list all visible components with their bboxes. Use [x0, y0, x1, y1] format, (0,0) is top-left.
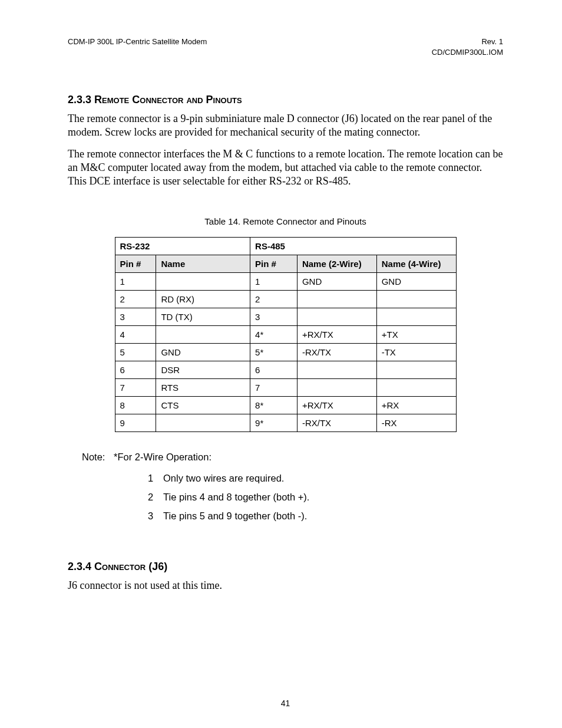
table-cell: -TX — [376, 344, 456, 361]
group-rs232: RS-232 — [115, 238, 250, 255]
table-cell: 2 — [115, 291, 156, 308]
note-num: 2 — [148, 489, 163, 505]
note-text: Tie pins 4 and 8 together (both +). — [163, 489, 309, 505]
table-row: 2RD (RX)2 — [115, 291, 456, 308]
table-cell: 9* — [250, 414, 297, 432]
table-cell: GND — [297, 273, 376, 291]
table-cell: 7 — [115, 379, 156, 397]
table-row: 3TD (TX)3 — [115, 308, 456, 326]
note-item: 3Tie pins 5 and 9 together (both -). — [148, 508, 503, 524]
header-left: CDM-IP 300L IP-Centric Satellite Modem — [68, 37, 207, 57]
table-row: 11GNDGND — [115, 273, 456, 291]
note-list: 1Only two wires are required. 2Tie pins … — [148, 470, 503, 524]
table-cell: 6 — [250, 361, 297, 379]
section-233-p1: The remote connector is a 9-pin subminia… — [68, 112, 503, 139]
th-pin485: Pin # — [250, 255, 297, 273]
table-cell: 5 — [115, 344, 156, 361]
table-cell — [376, 361, 456, 379]
table-row: 8CTS8*+RX/TX+RX — [115, 397, 456, 414]
table-cell — [156, 273, 250, 291]
table-cell — [376, 291, 456, 308]
page: CDM-IP 300L IP-Centric Satellite Modem R… — [0, 0, 562, 728]
section-number: 2.3.4 — [68, 561, 91, 572]
notes-block: Note: *For 2-Wire Operation: 1Only two w… — [82, 449, 503, 524]
note-num: 3 — [148, 508, 163, 524]
table-cell: 3 — [250, 308, 297, 326]
header-doc: CD/CDMIP300L.IOM — [432, 47, 503, 58]
table-cell: 3 — [115, 308, 156, 326]
table-cell: TD (TX) — [156, 308, 250, 326]
group-rs485: RS-485 — [250, 238, 456, 255]
table-row: 99*-RX/TX-RX — [115, 414, 456, 432]
table-cell: 7 — [250, 379, 297, 397]
note-item: 2Tie pins 4 and 8 together (both +). — [148, 489, 503, 505]
table-cell: 4* — [250, 326, 297, 344]
table-cell: 5* — [250, 344, 297, 361]
table-cell: -RX/TX — [297, 414, 376, 432]
note-text: Tie pins 5 and 9 together (both -). — [163, 508, 307, 524]
table-row: 6DSR6 — [115, 361, 456, 379]
section-title: Remote Connector and Pinouts — [94, 94, 242, 106]
table-cell: GND — [156, 344, 250, 361]
table-cell — [297, 291, 376, 308]
th-pin232: Pin # — [115, 255, 156, 273]
table-cell — [376, 379, 456, 397]
table-group-row: RS-232 RS-485 — [115, 238, 456, 255]
table-cell — [297, 379, 376, 397]
page-header: CDM-IP 300L IP-Centric Satellite Modem R… — [68, 37, 503, 57]
table-cell: 8* — [250, 397, 297, 414]
table-cell — [297, 308, 376, 326]
note-text: Only two wires are required. — [163, 470, 284, 486]
note-lead-line: Note: *For 2-Wire Operation: — [82, 449, 503, 465]
note-item: 1Only two wires are required. — [148, 470, 503, 486]
table-cell: DSR — [156, 361, 250, 379]
table-cell: 4 — [115, 326, 156, 344]
section-234: 2.3.4 Connector (J6) J6 connector is not… — [68, 561, 503, 592]
table-cell: 1 — [250, 273, 297, 291]
table-cell: -RX/TX — [297, 344, 376, 361]
section-title: Connector (J6) — [94, 561, 167, 572]
section-233-p2: The remote connector interfaces the M & … — [68, 147, 503, 188]
table-cell: +RX/TX — [297, 397, 376, 414]
table-header-row: Pin # Name Pin # Name (2-Wire) Name (4-W… — [115, 255, 456, 273]
table-cell: 8 — [115, 397, 156, 414]
table-cell: CTS — [156, 397, 250, 414]
table-cell: RTS — [156, 379, 250, 397]
table-cell: +RX — [376, 397, 456, 414]
th-name4w: Name (4-Wire) — [376, 255, 456, 273]
table-cell — [376, 308, 456, 326]
table-row: 44*+RX/TX+TX — [115, 326, 456, 344]
table-cell: GND — [376, 273, 456, 291]
header-right: Rev. 1 CD/CDMIP300L.IOM — [432, 37, 503, 57]
table-cell: 6 — [115, 361, 156, 379]
table-caption: Table 14. Remote Connector and Pinouts — [68, 216, 503, 226]
section-234-p1: J6 connector is not used at this time. — [68, 579, 503, 592]
table-cell: +TX — [376, 326, 456, 344]
table-cell: RD (RX) — [156, 291, 250, 308]
note-num: 1 — [148, 470, 163, 486]
table-cell: 9 — [115, 414, 156, 432]
table-row: 7RTS7 — [115, 379, 456, 397]
table-cell: 1 — [115, 273, 156, 291]
note-label: Note: — [82, 449, 114, 465]
table-cell: -RX — [376, 414, 456, 432]
table-body: 11GNDGND2RD (RX)23TD (TX)344*+RX/TX+TX5G… — [115, 273, 456, 432]
table-row: 5GND5*-RX/TX-TX — [115, 344, 456, 361]
header-rev: Rev. 1 — [432, 37, 503, 47]
page-number: 41 — [68, 699, 503, 708]
section-234-heading: 2.3.4 Connector (J6) — [68, 561, 503, 573]
section-233-heading: 2.3.3 Remote Connector and Pinouts — [68, 94, 503, 106]
th-name2w: Name (2-Wire) — [297, 255, 376, 273]
table-cell: 2 — [250, 291, 297, 308]
th-name232: Name — [156, 255, 250, 273]
table-cell: +RX/TX — [297, 326, 376, 344]
note-lead: *For 2-Wire Operation: — [114, 449, 211, 465]
pinout-table: RS-232 RS-485 Pin # Name Pin # Name (2-W… — [115, 237, 457, 432]
section-number: 2.3.3 — [68, 94, 91, 106]
table-cell — [156, 414, 250, 432]
table-cell — [156, 326, 250, 344]
table-cell — [297, 361, 376, 379]
